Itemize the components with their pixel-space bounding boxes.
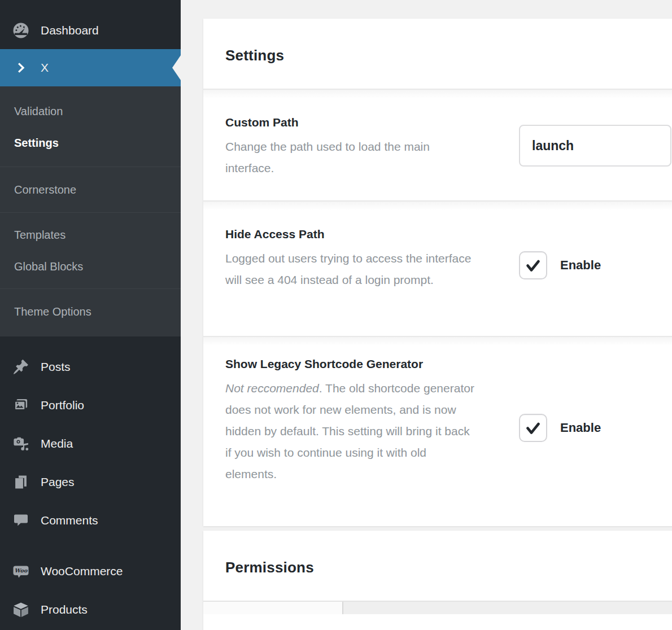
permissions-table bbox=[203, 601, 672, 614]
pushpin-icon bbox=[12, 358, 29, 375]
sidebar-item-label: Templates bbox=[14, 229, 66, 242]
sidebar-item-label: Cornerstone bbox=[14, 183, 76, 196]
chevron-right-icon bbox=[12, 59, 29, 76]
sidebar-item-label: Portfolio bbox=[41, 399, 84, 412]
pages-icon bbox=[12, 474, 29, 491]
setting-row-custom-path: Custom Path Change the path used to load… bbox=[203, 89, 672, 200]
dashboard-icon bbox=[12, 22, 29, 39]
sidebar-item-x[interactable]: X bbox=[0, 49, 181, 86]
sidebar-item-label: Posts bbox=[41, 360, 71, 374]
setting-description: Logged out users trying to access the in… bbox=[225, 248, 478, 291]
sidebar-item-label: Pages bbox=[41, 475, 75, 489]
sidebar-item-label: WooCommerce bbox=[41, 565, 123, 578]
section-title: Permissions bbox=[225, 559, 314, 576]
woocommerce-icon: Woo bbox=[12, 563, 29, 580]
custom-path-input[interactable] bbox=[519, 125, 671, 167]
x-submenu: Validation Settings Cornerstone Template… bbox=[0, 86, 181, 336]
sidebar-item-products[interactable]: Products bbox=[0, 590, 181, 629]
sidebar-item-woocommerce[interactable]: Woo WooCommerce bbox=[0, 552, 181, 590]
page-title: Settings bbox=[225, 47, 284, 64]
sidebar-item-cornerstone[interactable]: Cornerstone bbox=[0, 174, 181, 205]
svg-text:Woo: Woo bbox=[15, 567, 28, 574]
products-icon bbox=[12, 601, 29, 618]
settings-section: Settings Custom Path Change the path use… bbox=[203, 19, 672, 526]
sidebar-item-media[interactable]: Media bbox=[0, 425, 181, 463]
setting-label: Hide Access Path bbox=[225, 228, 672, 241]
sidebar-item-label: Theme Options bbox=[14, 305, 91, 318]
portfolio-icon bbox=[12, 397, 29, 414]
admin-sidebar: Dashboard X Validation Settings Cornerst… bbox=[0, 0, 181, 630]
comments-icon bbox=[12, 512, 29, 529]
setting-description-rest: . The old shortcode generator does not w… bbox=[225, 382, 474, 480]
setting-description: Not reccomended. The old shortcode gener… bbox=[225, 378, 478, 485]
sidebar-item-label: Global Blocks bbox=[14, 260, 83, 273]
enable-label[interactable]: Enable bbox=[560, 421, 601, 435]
sidebar-item-settings[interactable]: Settings bbox=[0, 127, 181, 159]
setting-row-hide-access-path: Hide Access Path Logged out users trying… bbox=[203, 200, 672, 336]
setting-row-legacy-shortcode-generator: Show Legacy Shortcode Generator Not recc… bbox=[203, 336, 672, 526]
setting-description-lead: Not reccomended bbox=[225, 382, 319, 395]
hide-access-path-checkbox[interactable] bbox=[519, 251, 547, 279]
sidebar-item-posts[interactable]: Posts bbox=[0, 348, 181, 386]
checkmark-icon bbox=[524, 419, 542, 437]
sidebar-item-label: Comments bbox=[41, 514, 98, 527]
active-item-arrow bbox=[172, 55, 181, 80]
sidebar-item-dashboard[interactable]: Dashboard bbox=[0, 12, 181, 49]
sidebar-item-label: Media bbox=[41, 437, 73, 450]
permissions-section-header: Permissions bbox=[203, 531, 672, 601]
checkmark-icon bbox=[524, 256, 542, 274]
sidebar-item-templates[interactable]: Templates bbox=[0, 219, 181, 251]
sidebar-item-label: Products bbox=[41, 603, 88, 616]
sidebar-item-label: Dashboard bbox=[41, 24, 99, 37]
permissions-table-right-area bbox=[343, 602, 672, 614]
sidebar-item-label: Settings bbox=[14, 137, 59, 150]
legacy-shortcode-checkbox[interactable] bbox=[519, 414, 547, 442]
sidebar-item-theme-options[interactable]: Theme Options bbox=[0, 296, 181, 327]
permissions-table-left-column bbox=[203, 602, 343, 614]
media-icon bbox=[12, 435, 29, 452]
menu-separator bbox=[0, 540, 181, 552]
setting-label: Show Legacy Shortcode Generator bbox=[225, 357, 672, 371]
sidebar-item-label: X bbox=[41, 61, 49, 75]
sidebar-item-portfolio[interactable]: Portfolio bbox=[0, 386, 181, 425]
sidebar-item-label: Validation bbox=[14, 105, 63, 118]
sidebar-item-global-blocks[interactable]: Global Blocks bbox=[0, 251, 181, 282]
setting-description: Change the path used to load the main in… bbox=[225, 136, 478, 179]
sidebar-item-comments[interactable]: Comments bbox=[0, 501, 181, 540]
sidebar-item-pages[interactable]: Pages bbox=[0, 463, 181, 501]
permissions-section: Permissions bbox=[203, 531, 672, 630]
settings-section-header: Settings bbox=[203, 19, 672, 89]
main-content: Settings Custom Path Change the path use… bbox=[181, 0, 672, 630]
sidebar-item-validation[interactable]: Validation bbox=[0, 95, 181, 127]
enable-label[interactable]: Enable bbox=[560, 258, 601, 273]
